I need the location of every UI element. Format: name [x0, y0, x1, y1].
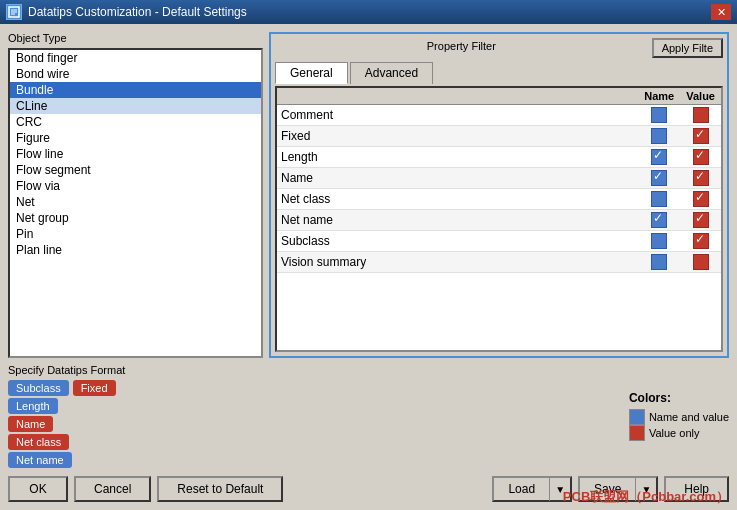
object-item-net[interactable]: Net	[10, 194, 261, 210]
color-legend-item: Value only	[629, 425, 729, 441]
apply-filter-button[interactable]: Apply Filte	[652, 38, 723, 58]
format-tag: Length	[8, 398, 58, 414]
object-item-bond-wire[interactable]: Bond wire	[10, 66, 261, 82]
name-checkbox[interactable]	[638, 168, 680, 189]
colors-panel: Colors: Name and value Value only	[629, 364, 729, 468]
value-checkbox[interactable]	[680, 231, 721, 252]
object-item-bundle[interactable]: Bundle	[10, 82, 261, 98]
window-body: Object Type Bond fingerBond wireBundleCL…	[0, 24, 737, 510]
name-checkbox[interactable]	[638, 105, 680, 126]
name-checkbox[interactable]	[638, 231, 680, 252]
col-value: Value	[680, 88, 721, 105]
watermark: PCB联盟网（Pcbbar.com）	[563, 488, 729, 506]
object-item-flow-line[interactable]: Flow line	[10, 146, 261, 162]
load-split-button: Load ▼	[492, 476, 572, 502]
object-item-plan-line[interactable]: Plan line	[10, 242, 261, 258]
property-label: Name	[277, 168, 638, 189]
object-item-crc[interactable]: CRC	[10, 114, 261, 130]
property-label: Net name	[277, 210, 638, 231]
table-row: Comment	[277, 105, 721, 126]
app-icon	[6, 4, 22, 20]
property-table: Name Value CommentFixedLengthNameNet cla…	[277, 88, 721, 273]
property-label: Fixed	[277, 126, 638, 147]
right-panel: Property Filter Apply Filte GeneralAdvan…	[269, 32, 729, 358]
value-checkbox[interactable]	[680, 210, 721, 231]
reset-to-default-button[interactable]: Reset to Default	[157, 476, 283, 502]
table-row: Net name	[277, 210, 721, 231]
color-swatch	[629, 409, 645, 425]
property-filter-label: Property Filter	[275, 40, 648, 52]
load-button[interactable]: Load	[492, 476, 550, 502]
value-checkbox[interactable]	[680, 189, 721, 210]
format-tag: Name	[8, 416, 53, 432]
property-label: Length	[277, 147, 638, 168]
value-checkbox[interactable]	[680, 105, 721, 126]
name-checkbox[interactable]	[638, 126, 680, 147]
tag-row: Net class	[8, 434, 263, 450]
value-checkbox[interactable]	[680, 147, 721, 168]
value-checkbox[interactable]	[680, 168, 721, 189]
filter-header: Property Filter Apply Filte	[275, 38, 723, 58]
color-legend-item: Name and value	[629, 409, 729, 425]
col-property	[277, 88, 638, 105]
object-list: Bond fingerBond wireBundleCLineCRCFigure…	[8, 48, 263, 358]
bottom-section: Specify Datatips Format SubclassFixedLen…	[8, 364, 729, 468]
name-checkbox[interactable]	[638, 189, 680, 210]
colors-label: Colors:	[629, 391, 729, 405]
color-label: Name and value	[649, 411, 729, 423]
format-tag: Subclass	[8, 380, 69, 396]
tab-advanced[interactable]: Advanced	[350, 62, 433, 84]
name-checkbox[interactable]	[638, 147, 680, 168]
col-name: Name	[638, 88, 680, 105]
property-label: Net class	[277, 189, 638, 210]
color-swatch	[629, 425, 645, 441]
ok-button[interactable]: OK	[8, 476, 68, 502]
property-table-container: Name Value CommentFixedLengthNameNet cla…	[275, 86, 723, 352]
format-tag: Fixed	[73, 380, 116, 396]
value-checkbox[interactable]	[680, 126, 721, 147]
table-row: Length	[277, 147, 721, 168]
color-label: Value only	[649, 427, 700, 439]
value-checkbox[interactable]	[680, 252, 721, 273]
property-label: Comment	[277, 105, 638, 126]
table-row: Vision summary	[277, 252, 721, 273]
table-row: Subclass	[277, 231, 721, 252]
close-button[interactable]: ✕	[711, 4, 731, 20]
property-label: Vision summary	[277, 252, 638, 273]
tab-general[interactable]: General	[275, 62, 348, 84]
tabs: GeneralAdvanced	[275, 62, 723, 84]
format-tags: SubclassFixedLengthNameNet classNet name	[8, 380, 263, 468]
object-item-flow-segment[interactable]: Flow segment	[10, 162, 261, 178]
title-bar: Datatips Customization - Default Setting…	[0, 0, 737, 24]
table-row: Fixed	[277, 126, 721, 147]
cancel-button[interactable]: Cancel	[74, 476, 151, 502]
left-panel: Object Type Bond fingerBond wireBundleCL…	[8, 32, 263, 358]
object-item-flow-via[interactable]: Flow via	[10, 178, 261, 194]
window-title: Datatips Customization - Default Setting…	[28, 5, 711, 19]
object-item-pin[interactable]: Pin	[10, 226, 261, 242]
format-label: Specify Datatips Format	[8, 364, 263, 376]
top-section: Object Type Bond fingerBond wireBundleCL…	[8, 32, 729, 358]
name-checkbox[interactable]	[638, 210, 680, 231]
tag-row: Length	[8, 398, 263, 414]
object-item-bond-finger[interactable]: Bond finger	[10, 50, 261, 66]
object-item-net-group[interactable]: Net group	[10, 210, 261, 226]
name-checkbox[interactable]	[638, 252, 680, 273]
format-tag: Net name	[8, 452, 72, 468]
tag-row: Name	[8, 416, 263, 432]
table-row: Name	[277, 168, 721, 189]
table-row: Net class	[277, 189, 721, 210]
object-item-cline[interactable]: CLine	[10, 98, 261, 114]
tag-row: Net name	[8, 452, 263, 468]
tag-row: SubclassFixed	[8, 380, 263, 396]
property-label: Subclass	[277, 231, 638, 252]
format-tag: Net class	[8, 434, 69, 450]
object-type-label: Object Type	[8, 32, 263, 44]
object-item-figure[interactable]: Figure	[10, 130, 261, 146]
format-panel: Specify Datatips Format SubclassFixedLen…	[8, 364, 263, 468]
